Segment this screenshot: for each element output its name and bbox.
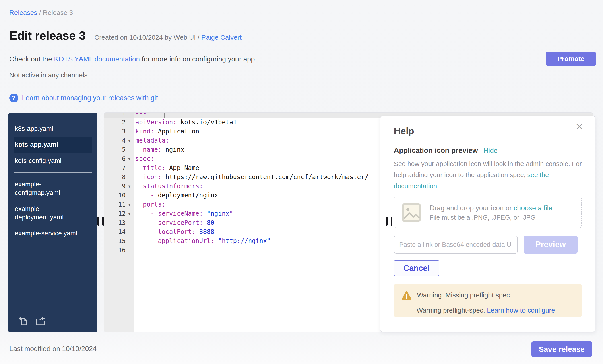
line-number: 8 (104, 172, 126, 182)
dropzone-text: Drag and drop your icon or (429, 204, 514, 212)
git-releases-link[interactable]: Learn about managing your releases with … (22, 94, 158, 102)
breadcrumb-current: Release 3 (43, 9, 73, 16)
warning-triangle-icon (401, 290, 412, 300)
choose-file-link[interactable]: choose a file (514, 204, 552, 212)
created-text: Created on 10/10/2024 by Web UI / (94, 34, 201, 41)
doc-info-suffix: for more info on configuring your app. (140, 55, 257, 63)
line-number: 12 (104, 209, 126, 218)
gutter-line-8: 8 (104, 172, 134, 182)
line-number: 4 (104, 136, 126, 145)
code-token (135, 173, 143, 181)
doc-info-prefix: Check out the (9, 55, 54, 63)
gutter-line-6: 6▾ (104, 154, 134, 163)
text-cursor (164, 113, 165, 118)
fold-toggle-icon[interactable]: ▾ (126, 211, 133, 216)
sidebar-item-example-configmap.yaml[interactable]: example-configmap.yaml (14, 176, 92, 201)
sidebar-item-k8s-app.yaml[interactable]: k8s-app.yaml (14, 121, 92, 137)
promote-button[interactable]: Promote (546, 52, 596, 66)
icon-preview-title: Application icon preview (394, 146, 478, 154)
code-token (135, 237, 158, 245)
sidebar-footer (8, 308, 97, 332)
breadcrumb-separator: / (37, 9, 43, 16)
close-icon[interactable]: ✕ (575, 122, 584, 132)
breadcrumb-releases-link[interactable]: Releases (9, 9, 37, 16)
git-help-row: ? Learn about managing your releases wit… (9, 94, 158, 102)
code-token: applicationUrl: (158, 237, 214, 245)
gutter-line-1: 1 (104, 113, 134, 118)
code-token (135, 219, 158, 226)
sidebar-footer-divider (14, 311, 92, 311)
sidebar-item-kots-config.yaml[interactable]: kots-config.yaml (14, 153, 92, 169)
gutter-line-3: 3 (104, 127, 134, 136)
line-number: 5 (104, 145, 126, 154)
fold-toggle-icon[interactable]: ▾ (126, 202, 133, 207)
icon-preview-description: See how your application icon will look … (394, 158, 582, 192)
sidebar-item-example-service.yaml[interactable]: example-service.yaml (14, 225, 92, 241)
fold-toggle-icon[interactable]: ▾ (126, 184, 133, 189)
warning-detail-text: Warning preflight-spec. (417, 307, 487, 314)
new-file-icon (18, 316, 28, 327)
code-token (135, 164, 143, 172)
gutter-line-16: 16 (104, 245, 134, 255)
fold-toggle-icon[interactable]: ▾ (126, 156, 133, 162)
sidebar-item-kots-app.yaml[interactable]: kots-app.yaml (14, 137, 92, 153)
page-title: Edit release 3 (9, 29, 85, 42)
code-token (135, 201, 143, 208)
save-release-button[interactable]: Save release (531, 341, 592, 357)
code-token: ports: (143, 201, 165, 208)
warning-title-row: Warning: Missing preflight spec (401, 290, 574, 300)
sidebar-item-example-deployment.yaml[interactable]: example-deployment.yaml (14, 201, 92, 225)
gutter-line-2: 2 (104, 118, 134, 127)
icon-dropzone[interactable]: Drag and drop your icon or choose a file… (394, 197, 582, 228)
code-token: name: (143, 146, 162, 153)
code-token (135, 182, 143, 190)
code-token (135, 192, 150, 199)
learn-how-to-configure-link[interactable]: Learn how to configure (487, 307, 555, 314)
code-token: https://raw.githubusercontent.com/cncf/a… (162, 173, 368, 181)
preview-button[interactable]: Preview (524, 236, 578, 254)
hide-link[interactable]: Hide (484, 147, 498, 154)
resize-bar (102, 217, 104, 226)
warning-detail-row: Warning preflight-spec. Learn how to con… (417, 307, 574, 314)
cancel-button[interactable]: Cancel (394, 260, 439, 276)
new-folder-button[interactable] (34, 315, 46, 328)
gutter-lines: 1234▾56▾789▾1011▾12▾13141516 (104, 113, 134, 255)
code-token: Application (154, 128, 199, 135)
dropzone-texts: Drag and drop your icon or choose a file… (429, 204, 552, 221)
code-token: - (150, 192, 158, 199)
code-token: statusInformers: (143, 182, 203, 190)
gutter-line-11: 11▾ (104, 200, 134, 209)
code-token: "nginx" (203, 210, 233, 217)
help-resize-handle[interactable] (386, 217, 393, 226)
created-author-link[interactable]: Paige Calvert (201, 34, 242, 41)
code-token (135, 210, 150, 217)
code-token: servicePort: (158, 219, 203, 226)
resize-bar (391, 217, 393, 226)
sidebar-resize-handle[interactable] (97, 217, 104, 226)
icon-url-input[interactable] (394, 236, 518, 254)
gutter-line-13: 13 (104, 218, 134, 227)
new-folder-icon (35, 316, 45, 327)
image-placeholder-icon (402, 203, 421, 222)
new-file-button[interactable] (17, 315, 29, 328)
icon-url-row: Preview (394, 236, 582, 254)
fold-toggle-icon[interactable]: ▾ (126, 138, 133, 143)
doc-info-line: Check out the KOTS YAML documentation fo… (9, 55, 257, 63)
gutter-line-10: 10 (104, 191, 134, 200)
gutter-line-9: 9▾ (104, 182, 134, 191)
help-panel: ✕ Help Application icon preview Hide See… (380, 116, 595, 332)
gutter-line-15: 15 (104, 236, 134, 245)
help-panel-title: Help (394, 126, 582, 137)
line-number: 14 (104, 227, 126, 236)
channel-status: Not active in any channels (9, 71, 87, 79)
file-list: k8s-app.yamlkots-app.yamlkots-config.yam… (8, 113, 97, 308)
gutter-line-12: 12▾ (104, 209, 134, 218)
code-token: 80 (203, 219, 214, 226)
code-token: "http://nginx" (214, 237, 271, 245)
warning-title: Warning: Missing preflight spec (417, 291, 510, 299)
kots-yaml-doc-link[interactable]: KOTS YAML documentation (54, 55, 140, 63)
gutter-line-5: 5 (104, 145, 134, 154)
line-number: 7 (104, 163, 126, 172)
line-number: 6 (104, 154, 126, 163)
line-number: 9 (104, 182, 126, 191)
